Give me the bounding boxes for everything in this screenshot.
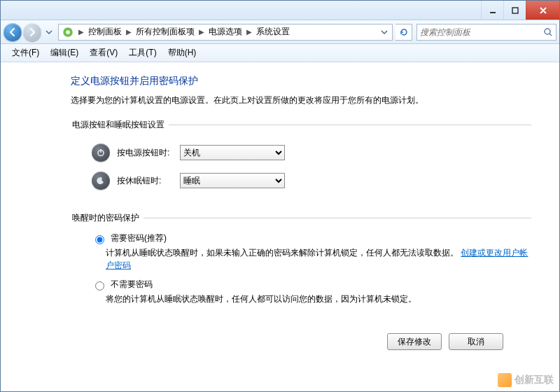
radio-no-password: 不需要密码 将您的计算机从睡眠状态唤醒时，任何人都可以访问您的数据，因为计算机未… [92,279,531,305]
sleep-button-select[interactable]: 睡眠 [180,173,285,188]
menu-help[interactable]: 帮助(H) [162,45,202,61]
menu-file[interactable]: 文件(F) [6,45,45,61]
refresh-icon [399,27,409,37]
power-button-row: 按电源按钮时: 关机 [92,144,531,162]
search-icon[interactable] [540,27,556,37]
search-box[interactable] [416,24,556,41]
close-button[interactable] [526,1,559,20]
sleep-button-row: 按休眠钮时: 睡眠 [92,172,531,190]
sleep-button-label: 按休眠钮时: [117,175,173,187]
maximize-icon [511,6,519,15]
title-bar [1,1,559,20]
power-button-select[interactable]: 关机 [180,145,285,160]
refresh-button[interactable] [396,24,412,41]
search-input[interactable] [417,27,540,37]
breadcrumb-item[interactable]: 电源选项 [207,26,244,38]
breadcrumb-sep: ▶ [126,28,132,36]
breadcrumb-sep: ▶ [78,28,84,36]
close-icon [539,6,547,15]
back-button[interactable] [4,23,22,41]
svg-point-5 [66,30,70,34]
svg-rect-1 [512,8,518,13]
svg-point-6 [545,29,550,34]
power-icon [92,144,110,162]
menu-bar: 文件(F) 编辑(E) 查看(V) 工具(T) 帮助(H) [1,44,559,62]
content-area: 定义电源按钮并启用密码保护 选择要为您的计算机设置的电源设置。在此页上对设置所做… [1,62,559,391]
cancel-button[interactable]: 取消 [449,333,503,350]
breadcrumb-item[interactable]: 控制面板 [87,26,123,38]
breadcrumb[interactable]: ▶ 控制面板 ▶ 所有控制面板项 ▶ 电源选项 ▶ 系统设置 [58,24,393,41]
radio-require-password-input[interactable] [95,235,104,244]
page-heading: 定义电源按钮并启用密码保护 [71,75,531,88]
chevron-down-icon [381,29,388,36]
radio-no-password-input[interactable] [95,281,104,290]
chevron-down-icon [46,29,52,36]
radio-description: 将您的计算机从睡眠状态唤醒时，任何人都可以访问您的数据，因为计算机未锁定。 [106,293,531,305]
history-dropdown[interactable] [43,24,55,40]
forward-button[interactable] [23,23,41,41]
radio-label: 需要密码(推荐) [111,232,167,244]
window: ▶ 控制面板 ▶ 所有控制面板项 ▶ 电源选项 ▶ 系统设置 文件(F) 编辑(… [0,0,560,392]
breadcrumb-item[interactable]: 所有控制面板项 [134,26,196,38]
save-button[interactable]: 保存修改 [387,333,442,350]
menu-tools[interactable]: 工具(T) [123,45,162,61]
power-button-label: 按电源按钮时: [117,147,173,159]
menu-view[interactable]: 查看(V) [84,45,123,61]
control-panel-icon [62,26,74,38]
radio-require-password: 需要密码(推荐) 计算机从睡眠状态唤醒时，如果未输入正确的密码来解除计算机锁定，… [92,232,531,272]
section-legend: 唤醒时的密码保护 [71,212,144,224]
sleep-icon [92,172,110,190]
button-settings-section: 电源按钮和睡眠按钮设置 按电源按钮时: 关机 按休眠钮时: 睡眠 [71,119,531,200]
page-description: 选择要为您的计算机设置的电源设置。在此页上对设置所做的更改将应用于您所有的电源计… [71,94,531,106]
minimize-button[interactable] [481,1,503,20]
radio-label: 不需要密码 [111,279,153,290]
breadcrumb-sep: ▶ [199,28,204,36]
breadcrumb-item[interactable]: 系统设置 [255,26,291,38]
password-protection-section: 唤醒时的密码保护 需要密码(推荐) 计算机从睡眠状态唤醒时，如果未输入正确的密码… [71,212,531,312]
minimize-icon [489,6,497,15]
svg-line-7 [550,34,552,36]
radio-require-password-option[interactable]: 需要密码(推荐) [92,232,531,244]
radio-no-password-option[interactable]: 不需要密码 [92,279,531,290]
watermark-icon [498,373,512,387]
back-arrow-icon [8,27,18,37]
footer-buttons: 保存修改 取消 [71,325,531,360]
maximize-button[interactable] [503,1,526,20]
forward-arrow-icon [27,27,37,37]
watermark: 创新互联 [498,373,554,387]
menu-edit[interactable]: 编辑(E) [45,45,84,61]
breadcrumb-sep: ▶ [246,28,252,36]
section-legend: 电源按钮和睡眠按钮设置 [71,119,169,131]
radio-description: 计算机从睡眠状态唤醒时，如果未输入正确的密码来解除计算机锁定，任何人都无法读取数… [106,246,531,272]
breadcrumb-dropdown[interactable] [378,24,391,40]
nav-bar: ▶ 控制面板 ▶ 所有控制面板项 ▶ 电源选项 ▶ 系统设置 [1,20,559,44]
